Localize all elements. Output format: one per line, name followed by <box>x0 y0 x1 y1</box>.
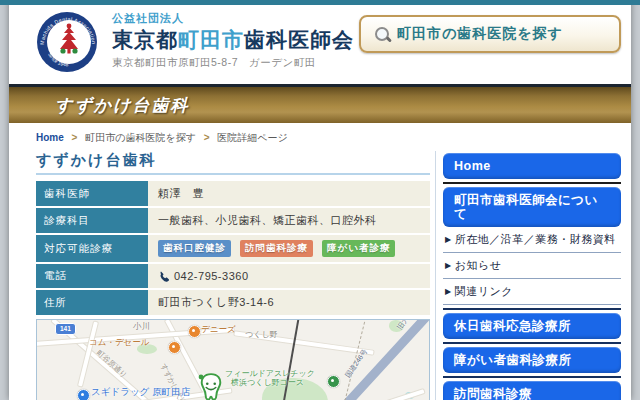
sidebar-link-label: 所在地／沿革／業務・財務資料 <box>455 232 616 247</box>
org-type: 公益社団法人 <box>112 11 354 26</box>
phone-number: 042-795-3360 <box>174 270 249 282</box>
map-label-athletic-line2: 横浜つくし野コース <box>231 378 304 387</box>
page-title: すずかけ台歯科 <box>55 94 190 117</box>
org-name: 東京都町田市歯科医師会 <box>112 27 354 52</box>
drugstore-poi-icon <box>77 389 90 400</box>
content-area: すずかけ台歯科 歯科医師 頼澤 豊 診療科目 一般歯科、小児歯科、矯正歯科、口腔… <box>9 151 631 400</box>
map-label-comme-dessert: コム・デセール <box>89 337 150 349</box>
site-header: Machida Dental Association Since 1948 公益… <box>9 0 631 84</box>
sidebar-item-home[interactable]: Home <box>443 153 621 179</box>
breadcrumb-search-link[interactable]: 町田市の歯科医院を探す <box>85 132 196 143</box>
breadcrumb-home-link[interactable]: Home <box>36 132 64 143</box>
map-route-246-road <box>321 319 430 400</box>
top-accent-bar <box>0 0 640 5</box>
map-label-dennys: デニーズ <box>201 324 236 336</box>
clinic-detail-panel: すずかけ台歯科 歯科医師 頼澤 豊 診療科目 一般歯科、小児歯科、矯正歯科、口腔… <box>36 151 430 400</box>
page-container: Machida Dental Association Since 1948 公益… <box>9 0 631 400</box>
association-logo: Machida Dental Association Since 1948 <box>36 11 98 73</box>
org-address: 東京都町田市原町田5-8-7 ガーデン町田 <box>112 56 354 70</box>
table-row-dentist: 歯科医師 頼澤 豊 <box>36 181 430 206</box>
map-route-shield: 141 <box>55 323 76 335</box>
service-badge-disability-care: 障がい者診療 <box>322 240 395 257</box>
row-value: 042-795-3360 <box>148 264 430 288</box>
clinic-location-map[interactable]: 141 小川 デニーズ コム・デセール つくし野 町谷原通り すずかけ大通り ス… <box>36 319 430 400</box>
service-badge-oral-checkup: 歯科口腔健診 <box>158 240 231 257</box>
row-value: 歯科口腔健診 訪問歯科診療 障がい者診療 <box>148 235 430 262</box>
map-label-tsukushino: つくし野 <box>245 329 278 340</box>
row-value: 町田市つくし野3-14-6 <box>148 290 430 315</box>
sidebar-link-label: お知らせ <box>455 258 502 273</box>
sidebar-item-home-visit-dental[interactable]: 訪問歯科診療 <box>443 381 621 400</box>
row-label: 診療科目 <box>36 208 148 233</box>
sidebar-item-location-history[interactable]: ▶ 所在地／沿革／業務・財務資料 <box>443 227 621 253</box>
row-label: 歯科医師 <box>36 181 148 206</box>
row-label: 対応可能診療 <box>36 235 148 262</box>
table-row-services: 対応可能診療 歯科口腔健診 訪問歯科診療 障がい者診療 <box>36 235 430 262</box>
page-title-banner: すずかけ台歯科 <box>9 84 631 123</box>
breadcrumb-separator: > <box>204 132 210 143</box>
find-dentist-button-label: 町田市の歯科医院を探す <box>397 25 563 43</box>
restaurant-poi-icon <box>188 325 201 338</box>
service-badge-home-visit: 訪問歯科診療 <box>240 240 313 257</box>
sidebar-item-news[interactable]: ▶ お知らせ <box>443 253 621 279</box>
row-value: 一般歯科、小児歯科、矯正歯科、口腔外科 <box>148 208 430 233</box>
sidebar-item-related-links[interactable]: ▶ 関連リンク <box>443 279 621 305</box>
sidebar-item-disability-dental-clinic[interactable]: 障がい者歯科診療所 <box>443 347 621 373</box>
clinic-tooth-marker-icon[interactable] <box>197 372 225 400</box>
park-poi-icon <box>327 375 340 388</box>
sidebar-divider <box>443 308 621 310</box>
breadcrumb: Home > 町田市の歯科医院を探す > 医院詳細ページ <box>9 123 631 151</box>
phone-icon <box>158 271 169 282</box>
triangle-arrow-icon: ▶ <box>445 287 452 296</box>
sidebar-nav: Home 町田市歯科医師会について ▶ 所在地／沿革／業務・財務資料 ▶ お知ら… <box>435 151 621 400</box>
sidebar-link-label: 関連リンク <box>455 284 513 299</box>
logo-badge-icon: Machida Dental Association Since 1948 <box>36 11 98 73</box>
sidebar-item-about-association[interactable]: 町田市歯科医師会について <box>443 187 621 227</box>
triangle-arrow-icon: ▶ <box>445 235 452 244</box>
map-label-athletic-line1: フィールドアスレチック <box>225 369 315 378</box>
row-value: 頼澤 豊 <box>148 181 430 206</box>
triangle-arrow-icon: ▶ <box>445 261 452 270</box>
sidebar-divider <box>443 342 621 344</box>
sidebar-item-holiday-emergency-clinic[interactable]: 休日歯科応急診療所 <box>443 313 621 339</box>
sidebar-divider <box>443 376 621 378</box>
sidebar-divider <box>443 182 621 184</box>
breadcrumb-current-page: 医院詳細ページ <box>217 132 287 143</box>
row-label: 住所 <box>36 290 148 315</box>
clinic-name-heading: すずかけ台歯科 <box>36 151 430 175</box>
map-label-ogawa: 小川 <box>133 321 150 333</box>
org-identity: 公益社団法人 東京都町田市歯科医師会 東京都町田市原町田5-8-7 ガーデン町田 <box>112 11 354 70</box>
row-label: 電話 <box>36 264 148 288</box>
breadcrumb-separator: > <box>72 132 78 143</box>
table-row-departments: 診療科目 一般歯科、小児歯科、矯正歯科、口腔外科 <box>36 208 430 233</box>
restaurant-poi-icon <box>168 341 181 354</box>
find-dentist-button[interactable]: 町田市の歯科医院を探す <box>359 15 621 53</box>
map-label-sugi-drug: スギドラッグ 原町田店 <box>91 386 190 399</box>
table-row-address: 住所 町田市つくし野3-14-6 <box>36 290 430 315</box>
search-icon <box>375 27 390 42</box>
table-row-phone: 電話 042-795-3360 <box>36 264 430 288</box>
